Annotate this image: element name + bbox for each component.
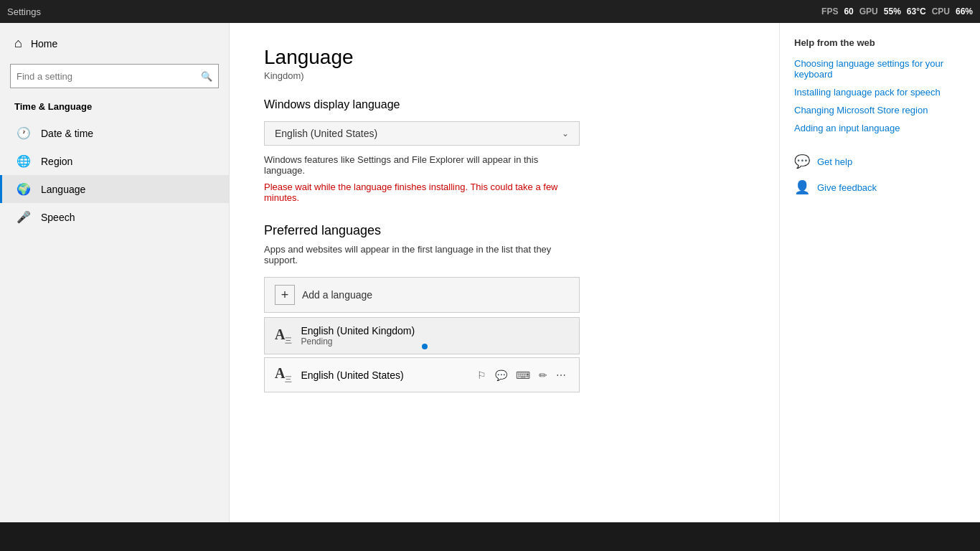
sidebar: ⌂ Home 🔍 Time & Language 🕐 Date & time 🌐… (0, 23, 230, 522)
preferred-languages-desc: Apps and websites will appear in the fir… (264, 244, 580, 265)
clock-icon: 🕐 (17, 126, 31, 140)
page-subtitle: Kingdom) (264, 70, 745, 81)
sidebar-section-title: Time & Language (0, 97, 229, 119)
sidebar-item-region[interactable]: 🌐 Region (0, 147, 229, 175)
search-icon: 🔍 (201, 71, 212, 82)
get-help-button[interactable]: 💬 Get help (794, 154, 966, 169)
preferred-languages-section: Preferred languages Apps and websites wi… (264, 223, 745, 392)
sidebar-item-speech[interactable]: 🎤 Speech (0, 203, 229, 231)
lang-more-icon[interactable]: ⋯ (553, 368, 569, 382)
lang-options-icon[interactable]: ⚐ (474, 368, 489, 382)
plus-icon: + (275, 285, 295, 305)
lang-handwriting-icon[interactable]: ✏ (536, 368, 550, 382)
help-link-input-language[interactable]: Adding an input language (794, 123, 966, 133)
display-language-label: Windows display language (264, 98, 745, 111)
language-icon: 🌍 (17, 182, 31, 196)
home-label: Home (31, 38, 57, 50)
preferred-languages-title: Preferred languages (264, 223, 745, 238)
sidebar-item-label: Language (41, 184, 85, 195)
page-title: Language (264, 46, 745, 69)
perf-bar: FPS 60 GPU 55% 63°C CPU 66% (821, 6, 973, 17)
give-feedback-button[interactable]: 👤 Give feedback (794, 179, 966, 195)
search-input[interactable] (17, 71, 201, 82)
gpu-value: 55% (884, 6, 901, 17)
lang-speech-icon[interactable]: 💬 (492, 368, 510, 382)
display-language-dropdown[interactable]: English (United States) ⌄ (264, 121, 580, 146)
language-item-en-us[interactable]: A三 English (United States) ⚐ 💬 ⌨ ✏ ⋯ (264, 357, 580, 392)
lang-description: Windows features like Settings and File … (264, 154, 580, 176)
language-a-icon-en-gb: A三 (275, 326, 292, 346)
get-help-icon: 💬 (794, 154, 810, 169)
main-content: Language Kingdom) Windows display langua… (230, 23, 779, 522)
language-a-icon-en-us: A三 (275, 365, 292, 385)
lang-warning: Please wait while the language finishes … (264, 182, 580, 203)
sidebar-home-button[interactable]: ⌂ Home (0, 29, 229, 58)
add-language-button[interactable]: + Add a language (264, 277, 580, 313)
give-feedback-label: Give feedback (817, 182, 877, 193)
home-icon: ⌂ (14, 36, 22, 51)
sidebar-item-label: Speech (41, 212, 75, 223)
lang-keyboard-icon[interactable]: ⌨ (513, 368, 533, 382)
language-item-en-gb[interactable]: A三 English (United Kingdom) Pending (264, 317, 580, 354)
gpu-temp: 63°C (907, 6, 926, 17)
cpu-label: CPU (932, 6, 950, 17)
get-help-label: Get help (817, 156, 852, 167)
language-item-text-en-us: English (United States) (301, 369, 466, 381)
sidebar-item-date-time[interactable]: 🕐 Date & time (0, 119, 229, 147)
app-title: Settings (7, 6, 41, 17)
chevron-down-icon: ⌄ (562, 128, 569, 138)
app-container: ⌂ Home 🔍 Time & Language 🕐 Date & time 🌐… (0, 23, 980, 522)
help-actions: 💬 Get help 👤 Give feedback (794, 154, 966, 195)
right-panel: Help from the web Choosing language sett… (779, 23, 980, 522)
help-link-keyboard[interactable]: Choosing language settings for your keyb… (794, 58, 966, 80)
sidebar-item-language[interactable]: 🌍 Language (0, 175, 229, 203)
top-bar: Settings FPS 60 GPU 55% 63°C CPU 66% (0, 0, 980, 23)
language-item-text-en-gb: English (United Kingdom) Pending (301, 325, 569, 347)
help-link-speech[interactable]: Installing language pack for speech (794, 87, 966, 98)
give-feedback-icon: 👤 (794, 179, 810, 195)
search-box[interactable]: 🔍 (10, 64, 219, 88)
sidebar-item-label: Region (41, 156, 72, 167)
language-name-en-gb: English (United Kingdom) (301, 325, 569, 336)
fps-label: FPS (821, 6, 838, 17)
region-icon: 🌐 (17, 154, 31, 168)
speech-icon: 🎤 (17, 210, 31, 224)
cpu-value: 66% (956, 6, 973, 17)
help-link-store-region[interactable]: Changing Microsoft Store region (794, 105, 966, 116)
help-from-web-title: Help from the web (794, 37, 966, 48)
language-status-en-gb: Pending (301, 336, 569, 347)
display-language-value: English (United States) (275, 128, 377, 139)
language-actions-en-us: ⚐ 💬 ⌨ ✏ ⋯ (474, 368, 569, 382)
taskbar (0, 522, 980, 551)
gpu-label: GPU (859, 6, 878, 17)
loading-indicator (422, 344, 428, 349)
fps-value: 60 (844, 6, 853, 17)
language-name-en-us: English (United States) (301, 369, 466, 381)
add-language-label: Add a language (302, 289, 372, 301)
sidebar-item-label: Date & time (41, 128, 93, 139)
